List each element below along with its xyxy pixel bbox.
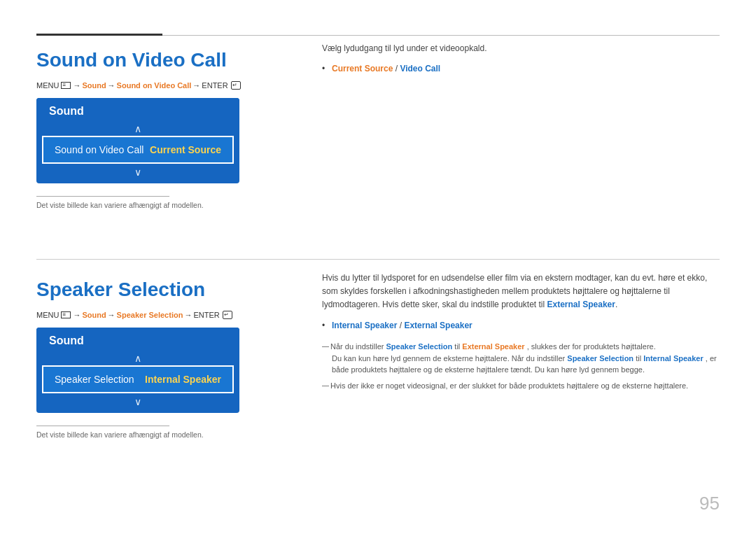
panel1-header: Sound (36, 98, 239, 122)
panel1-chevron-down[interactable]: ∨ (36, 164, 239, 183)
section1-panel: Sound ∧ Sound on Video Call Current Sour… (36, 98, 239, 183)
caption2-rule (36, 426, 169, 426)
enter-icon (231, 81, 241, 90)
note1-end: , slukkes der for produktets højttalere. (527, 342, 656, 351)
bullet1-sep: / (393, 64, 400, 73)
section2-title: Speaker Selection (36, 279, 295, 301)
enter2-icon (223, 311, 232, 319)
section2-menu-path: MENU → Sound → Speaker Selection → ENTER (36, 311, 295, 319)
section1-right: Vælg lydudgang til lyd under et videoopk… (322, 42, 720, 84)
arrow2: → (108, 81, 115, 90)
menu2-item-enter: ENTER (193, 311, 219, 319)
menu-item-enter: ENTER (202, 81, 227, 90)
panel2-chevron-down[interactable]: ∨ (36, 393, 239, 413)
top-rule-main (162, 35, 720, 36)
arrow3: → (192, 81, 200, 90)
panel2-row-label: Speaker Selection (55, 374, 134, 385)
bullet1-label1: Current Source (332, 64, 393, 73)
page: Sound on Video Call MENU → Sound → Sound… (0, 0, 756, 534)
panel2-row[interactable]: Speaker Selection Internal Speaker (42, 365, 234, 393)
section2-desc-text: Hvis du lytter til lydsporet for en udse… (322, 273, 707, 309)
bullet2-label2: External Speaker (404, 321, 472, 330)
note2: Du kan kun høre lyd gennem de eksterne h… (332, 353, 720, 376)
note3: Hvis der ikke er noget videosignal, er d… (322, 380, 720, 392)
bullet1-label2: Video Call (400, 64, 440, 73)
section1-bullet1: Current Source / Video Call (322, 62, 720, 76)
panel2-row-value: Internal Speaker (145, 374, 221, 385)
menu-item-sound: Sound (82, 81, 106, 90)
panel1-chevron-up[interactable]: ∧ (36, 122, 239, 136)
note2a-mid: til (636, 354, 641, 363)
section2-bullets: Internal Speaker / External Speaker (322, 319, 720, 332)
section2-notes: Når du indstiller Speaker Selection til … (322, 341, 720, 392)
caption1-text: Det viste billede kan variere afhængigt … (36, 201, 295, 209)
section-divider (36, 259, 720, 260)
section2-panel: Sound ∧ Speaker Selection Internal Speak… (36, 328, 239, 413)
menu-item-sovc: Sound on Video Call (117, 81, 192, 90)
menu-icon (61, 82, 71, 89)
note1-b2: External Speaker (462, 342, 524, 351)
section2-desc-highlight: External Speaker (547, 300, 615, 309)
note3-text: Hvis der ikke er noget videosignal, er d… (330, 381, 688, 390)
bullet2-sep: / (397, 321, 404, 330)
menu2-item-ss: Speaker Selection (117, 311, 183, 319)
section1-desc: Vælg lydudgang til lyd under et videoopk… (322, 42, 720, 55)
caption1-rule (36, 196, 169, 197)
section2-bullet1: Internal Speaker / External Speaker (322, 319, 720, 332)
note1: Når du indstiller Speaker Selection til … (322, 341, 720, 353)
section1-bullets: Current Source / Video Call (322, 62, 720, 76)
panel1-row[interactable]: Sound on Video Call Current Source (42, 136, 234, 164)
note1-text: Når du indstiller (330, 342, 384, 351)
menu2-prefix: MENU (36, 311, 59, 319)
section1-menu-path: MENU → Sound → Sound on Video Call → ENT… (36, 81, 295, 90)
bullet2-label1: Internal Speaker (332, 321, 397, 330)
caption2-text: Det viste billede kan variere afhængigt … (36, 430, 295, 439)
menu-prefix: MENU (36, 81, 59, 90)
section2-left: Speaker Selection MENU → Sound → Speaker… (36, 272, 295, 439)
section1-title: Sound on Video Call (36, 49, 295, 71)
section2-desc: Hvis du lytter til lydsporet for en udse… (322, 272, 720, 312)
panel1-row-label: Sound on Video Call (55, 144, 144, 155)
note2a-b: Speaker Selection (567, 354, 634, 363)
arrow21: → (73, 311, 80, 319)
note1-b1: Speaker Selection (386, 342, 452, 351)
note2a-text: Du kan kun høre lyd gennem de eksterne h… (332, 354, 565, 363)
menu2-icon (61, 311, 71, 318)
panel2-header: Sound (36, 328, 239, 351)
panel1-row-value: Current Source (150, 144, 221, 155)
note2a-b2: Internal Speaker (643, 354, 704, 363)
note1-mid: til (454, 342, 460, 351)
page-number: 95 (699, 493, 720, 514)
top-rule-accent (36, 34, 162, 36)
arrow1: → (73, 81, 80, 90)
panel2-chevron-up[interactable]: ∧ (36, 351, 239, 365)
arrow23: → (184, 311, 192, 319)
arrow22: → (108, 311, 115, 319)
menu2-item-sound: Sound (82, 311, 106, 319)
section1-left: Sound on Video Call MENU → Sound → Sound… (36, 42, 295, 209)
section2-right: Hvis du lytter til lydsporet for en udse… (322, 272, 720, 392)
